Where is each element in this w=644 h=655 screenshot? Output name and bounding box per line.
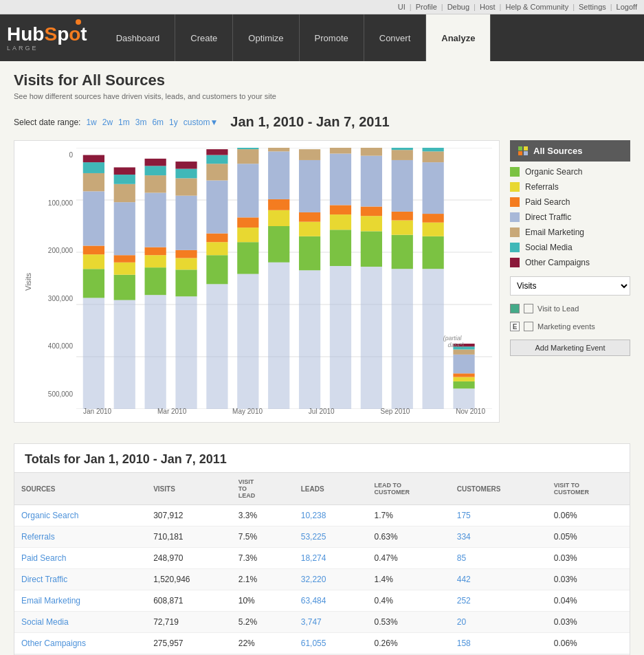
nav-create[interactable]: Create [175, 14, 233, 61]
legend-direct-traffic[interactable]: Direct Traffic [510, 212, 630, 222]
svg-rect-81 [392, 150, 413, 160]
source-cell[interactable]: Organic Search [14, 505, 146, 526]
other-campaigns-label: Other Campaigns [525, 258, 590, 267]
ltc-cell: 1.7% [368, 505, 450, 526]
date-link-1w[interactable]: 1w [86, 118, 96, 127]
customers-cell[interactable]: 20 [450, 612, 547, 633]
marketing-events-toggle[interactable]: E [510, 322, 520, 331]
col-customers: CUSTOMERS [450, 473, 547, 505]
customers-cell[interactable]: 175 [450, 505, 547, 526]
svg-rect-21 [114, 300, 135, 409]
leads-cell[interactable]: 63,484 [294, 590, 368, 612]
svg-rect-27 [145, 166, 166, 175]
bar-jan2010[interactable] [83, 155, 104, 409]
source-cell[interactable]: Direct Traffic [14, 569, 146, 590]
leads-cell[interactable]: 18,274 [294, 548, 368, 569]
bar-dec2010[interactable] [423, 148, 444, 409]
source-cell[interactable]: Other Campaigns [14, 633, 146, 654]
svg-rect-36 [175, 162, 197, 169]
nav-optimize[interactable]: Optimize [233, 14, 299, 61]
table-row: Email Marketing 608,871 10% 63,484 0.4% … [14, 590, 630, 612]
bar-aug2010[interactable] [299, 149, 320, 409]
ltc-cell: 0.53% [368, 612, 450, 633]
leads-cell[interactable]: 32,220 [294, 569, 368, 590]
topbar-help[interactable]: Help & Community [505, 3, 568, 11]
bar-jul2010[interactable] [268, 148, 289, 409]
topbar-host[interactable]: Host [480, 3, 496, 11]
source-cell[interactable]: Paid Search [14, 548, 146, 569]
bar-jun2010[interactable] [237, 148, 258, 409]
date-link-2w[interactable]: 2w [102, 118, 113, 127]
bar-may2010[interactable] [206, 149, 227, 409]
bar-sep2010[interactable] [330, 148, 351, 409]
social-media-color [510, 243, 520, 252]
legend-paid-search[interactable]: Paid Search [510, 197, 630, 207]
svg-rect-95 [453, 349, 474, 354]
table-row: Paid Search 248,970 7.3% 18,274 0.47% 85… [14, 548, 630, 569]
logo[interactable]: HubSpot LARGE [7, 25, 87, 52]
customers-cell[interactable]: 442 [450, 569, 547, 590]
nav-promote[interactable]: Promote [300, 14, 364, 61]
table-row: Direct Traffic 1,520,946 2.1% 32,220 1.4… [14, 569, 630, 590]
visits-select[interactable]: Visits Leads Customers [510, 276, 630, 296]
customers-cell[interactable]: 334 [450, 526, 547, 548]
custom-date-dropdown[interactable]: custom▼ [184, 118, 219, 127]
customers-cell[interactable]: 252 [450, 590, 547, 612]
date-link-1y[interactable]: 1y [169, 118, 178, 127]
topbar-logoff[interactable]: Logoff [617, 3, 637, 11]
leads-cell[interactable]: 53,225 [294, 526, 368, 548]
date-link-1m[interactable]: 1m [118, 118, 130, 127]
source-cell[interactable]: Social Media [14, 612, 146, 633]
nav-analyze[interactable]: Analyze [426, 14, 491, 61]
visit-to-lead-label: Visit to Lead [537, 304, 579, 313]
svg-rect-8 [83, 246, 104, 255]
y-axis: 500,000 400,000 300,000 200,000 100,000 … [35, 148, 76, 415]
topbar-profile[interactable]: Profile [416, 3, 437, 11]
topbar-ui[interactable]: UI [398, 3, 406, 11]
table-row: Other Campaigns 275,957 22% 61,055 0.26%… [14, 633, 630, 654]
svg-rect-43 [206, 155, 227, 164]
svg-text:(partial: (partial [443, 334, 463, 341]
date-link-6m[interactable]: 6m [152, 118, 164, 127]
ltc-cell: 1.4% [368, 569, 450, 590]
leads-cell[interactable]: 61,055 [294, 633, 368, 654]
legend-social-media[interactable]: Social Media [510, 243, 630, 252]
svg-rect-25 [145, 192, 166, 247]
svg-rect-91 [453, 381, 474, 389]
content-area: Visits for All Sources See how different… [0, 61, 644, 655]
bar-mar2010[interactable] [145, 159, 166, 409]
legend-organic-search[interactable]: Organic Search [510, 167, 630, 177]
customers-cell[interactable]: 158 [450, 633, 547, 654]
nav-convert[interactable]: Convert [364, 14, 427, 61]
svg-rect-82 [392, 148, 413, 150]
bar-oct2010[interactable] [361, 148, 382, 409]
add-marketing-event-button[interactable]: Add Marketing Event [510, 340, 630, 356]
bar-nov2010[interactable] [392, 148, 413, 409]
col-visit-to-customer: VISIT TOCUSTOMER [547, 473, 630, 505]
svg-rect-54 [268, 210, 289, 226]
svg-rect-92 [453, 377, 474, 381]
nav-dashboard[interactable]: Dashboard [101, 14, 176, 61]
vtc-cell: 0.06% [547, 505, 630, 526]
legend-referrals[interactable]: Referrals [510, 182, 630, 192]
source-cell[interactable]: Email Marketing [14, 590, 146, 612]
topbar-settings[interactable]: Settings [579, 3, 606, 11]
main-nav: Dashboard Create Optimize Promote Conver… [101, 14, 491, 61]
visit-to-lead-toggle[interactable] [510, 304, 520, 313]
svg-rect-78 [392, 221, 413, 235]
bar-feb2010[interactable] [114, 168, 135, 410]
customers-cell[interactable]: 85 [450, 548, 547, 569]
topbar-debug[interactable]: Debug [447, 3, 469, 11]
source-cell[interactable]: Referrals [14, 526, 146, 548]
leads-cell[interactable]: 3,747 [294, 612, 368, 633]
svg-rect-31 [175, 258, 197, 269]
all-sources-button[interactable]: All Sources [510, 140, 630, 162]
col-visit-to-lead: VISITTOLEAD [232, 473, 294, 505]
legend-other-campaigns[interactable]: Other Campaigns [510, 258, 630, 267]
svg-rect-86 [423, 214, 444, 223]
bar-apr2010[interactable] [175, 162, 197, 409]
date-link-3m[interactable]: 3m [135, 118, 147, 127]
bar-jan2011[interactable]: (partial data*) [443, 334, 475, 409]
leads-cell[interactable]: 10,238 [294, 505, 368, 526]
legend-email-marketing[interactable]: Email Marketing [510, 227, 630, 237]
